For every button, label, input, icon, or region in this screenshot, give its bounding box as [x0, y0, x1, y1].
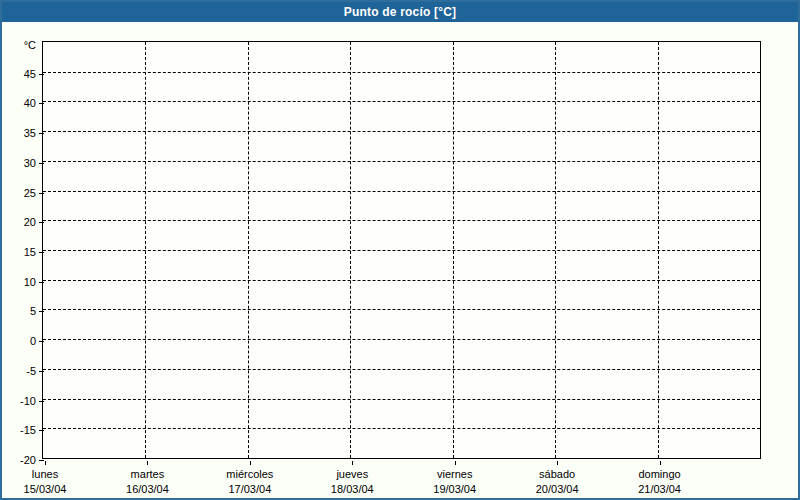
y-tick-mark — [39, 163, 44, 164]
x-tick-mark — [250, 461, 251, 465]
y-tick-label: 5 — [2, 304, 36, 318]
y-tick-mark — [39, 133, 44, 134]
y-tick-label: -5 — [2, 364, 36, 378]
y-grid-line — [43, 428, 760, 429]
chart-title-bar: Punto de rocío [°C] — [2, 2, 798, 22]
x-tick-mark — [352, 461, 353, 465]
x-grid-line — [453, 42, 454, 458]
y-grid-line — [43, 280, 760, 281]
x-tick-mark — [455, 461, 456, 465]
y-grid-line — [43, 309, 760, 310]
y-grid-line — [43, 101, 760, 102]
plot-area — [42, 41, 761, 459]
y-tick-mark — [39, 74, 44, 75]
x-grid-line — [555, 42, 556, 458]
x-day-label: domingo — [638, 468, 680, 481]
x-day-label: lunes — [32, 468, 58, 481]
x-day-label: jueves — [336, 468, 368, 481]
x-date-label: 16/03/04 — [126, 483, 169, 496]
y-tick-label: 25 — [2, 186, 36, 200]
y-tick-label: -15 — [2, 423, 36, 437]
y-tick-mark — [39, 222, 44, 223]
y-tick-mark — [39, 252, 44, 253]
chart-window: Punto de rocío [°C] °C 45403530252015105… — [0, 0, 800, 500]
y-tick-label: -20 — [2, 453, 36, 467]
x-grid-line — [350, 42, 351, 458]
y-tick-mark — [39, 103, 44, 104]
y-grid-line — [43, 161, 760, 162]
y-grid-line — [43, 369, 760, 370]
y-grid-line — [43, 131, 760, 132]
x-tick-mark — [660, 461, 661, 465]
x-date-label: 21/03/04 — [638, 483, 681, 496]
x-day-label: sábado — [539, 468, 575, 481]
y-tick-mark — [39, 460, 44, 461]
y-tick-label: 40 — [2, 96, 36, 110]
x-tick-mark — [45, 461, 46, 465]
x-day-label: martes — [131, 468, 165, 481]
y-tick-mark — [39, 371, 44, 372]
y-grid-line — [43, 72, 760, 73]
y-tick-label: 45 — [2, 67, 36, 81]
y-tick-mark — [39, 311, 44, 312]
x-date-label: 17/03/04 — [228, 483, 271, 496]
x-tick-mark — [557, 461, 558, 465]
y-tick-label: 15 — [2, 245, 36, 259]
y-tick-mark — [39, 341, 44, 342]
x-date-label: 19/03/04 — [433, 483, 476, 496]
y-tick-label: 35 — [2, 126, 36, 140]
x-day-label: viernes — [437, 468, 472, 481]
y-tick-mark — [39, 401, 44, 402]
x-grid-line — [658, 42, 659, 458]
x-tick-mark — [147, 461, 148, 465]
y-tick-label: 30 — [2, 156, 36, 170]
x-day-label: miércoles — [226, 468, 273, 481]
x-date-label: 20/03/04 — [536, 483, 579, 496]
y-grid-line — [43, 191, 760, 192]
y-tick-mark — [39, 282, 44, 283]
y-tick-label: 10 — [2, 275, 36, 289]
x-date-label: 15/03/04 — [24, 483, 67, 496]
y-axis-unit-label: °C — [2, 39, 36, 51]
y-tick-label: 20 — [2, 215, 36, 229]
x-date-label: 18/03/04 — [331, 483, 374, 496]
y-grid-line — [43, 339, 760, 340]
y-grid-line — [43, 250, 760, 251]
x-grid-line — [145, 42, 146, 458]
y-tick-mark — [39, 193, 44, 194]
y-tick-label: -10 — [2, 394, 36, 408]
y-grid-line — [43, 399, 760, 400]
x-grid-line — [248, 42, 249, 458]
y-tick-mark — [39, 430, 44, 431]
chart-title: Punto de rocío [°C] — [344, 5, 457, 19]
y-grid-line — [43, 220, 760, 221]
y-tick-label: 0 — [2, 334, 36, 348]
